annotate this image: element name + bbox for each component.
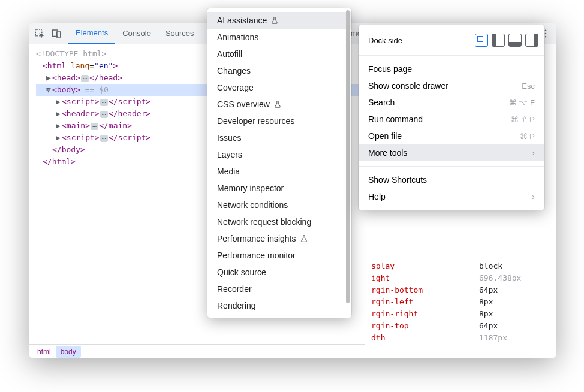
dock-left-icon[interactable] <box>492 34 505 47</box>
svg-point-6 <box>545 35 547 37</box>
submenu-item[interactable]: Memory inspector <box>207 180 351 197</box>
style-row[interactable] <box>371 344 556 356</box>
tab-console[interactable]: Console <box>115 23 158 44</box>
svg-point-4 <box>545 29 547 31</box>
toggle-icon[interactable]: ▶ <box>46 72 52 84</box>
menu-item[interactable]: Show Shortcuts <box>359 171 544 188</box>
chevron-right-icon: › <box>532 192 535 201</box>
chevron-right-icon: › <box>532 148 535 158</box>
submenu-item[interactable]: AI assistance <box>207 12 351 29</box>
submenu-item[interactable]: Media <box>207 163 351 180</box>
tab-elements[interactable]: Elements <box>68 23 115 44</box>
flask-icon <box>300 234 308 243</box>
svg-point-5 <box>545 32 547 34</box>
menu-item[interactable]: Search⌘ ⌥ F <box>359 94 544 111</box>
toggle-icon[interactable]: ▶ <box>55 120 61 132</box>
crumb-html[interactable]: html <box>32 346 56 358</box>
crumb-body[interactable]: body <box>56 346 81 358</box>
submenu-item[interactable]: Changes <box>207 62 351 79</box>
menu-item[interactable]: Run command⌘ ⇧ P <box>359 111 544 128</box>
menu-item[interactable]: More tools› <box>359 144 544 161</box>
style-row[interactable]: rgin-right8px <box>371 308 556 320</box>
submenu-item[interactable]: CSS overview <box>207 96 351 113</box>
flask-icon <box>270 16 279 25</box>
flask-icon <box>273 100 282 108</box>
menu-item[interactable]: Focus page <box>359 61 544 77</box>
dock-undock-icon[interactable] <box>475 34 488 47</box>
submenu-item[interactable]: Coverage <box>207 79 351 96</box>
style-row[interactable]: dth1187px <box>371 332 556 344</box>
toggle-icon[interactable]: ▶ <box>55 108 61 120</box>
tab-sources[interactable]: Sources <box>158 23 201 44</box>
style-row[interactable]: rgin-left8px <box>371 296 556 308</box>
inspect-icon[interactable] <box>31 25 48 42</box>
style-row[interactable]: splayblock <box>371 260 556 272</box>
submenu-item[interactable]: Network request blocking <box>207 213 351 230</box>
dock-side-label: Dock side <box>368 36 402 45</box>
style-row[interactable]: rgin-bottom64px <box>371 284 556 296</box>
menu-item[interactable]: Open file⌘ P <box>359 128 544 144</box>
dock-side-icons <box>475 34 538 47</box>
submenu-item[interactable]: Animations <box>207 29 351 46</box>
menu-item[interactable]: Help› <box>359 188 544 205</box>
style-row[interactable]: ight696.438px <box>371 272 556 284</box>
dock-bottom-icon[interactable] <box>508 34 522 47</box>
submenu-item[interactable]: Issues <box>207 129 351 146</box>
toggle-icon[interactable]: ▶ <box>55 132 61 144</box>
submenu-item[interactable]: Developer resources <box>207 113 351 129</box>
submenu-item[interactable]: Rendering <box>207 297 351 314</box>
submenu-item[interactable]: Performance insights <box>207 230 351 247</box>
style-row[interactable]: nt-family"Google Sans", <box>371 356 556 358</box>
more-tools-submenu: AI assistanceAnimationsAutofillChangesCo… <box>207 8 351 318</box>
submenu-item[interactable]: Performance monitor <box>207 247 351 264</box>
dock-right-icon[interactable] <box>525 34 538 47</box>
main-menu: Dock side Focus pageShow console drawerE… <box>359 25 544 210</box>
menu-item[interactable]: Show console drawerEsc <box>359 77 544 94</box>
style-row[interactable]: rgin-top64px <box>371 320 556 332</box>
submenu-item[interactable]: Layers <box>207 146 351 163</box>
submenu-item[interactable]: Quick source <box>207 264 351 281</box>
submenu-item[interactable]: Autofill <box>207 46 351 62</box>
submenu-item[interactable]: Network conditions <box>207 197 351 213</box>
device-toggle-icon[interactable] <box>48 25 65 42</box>
toggle-icon[interactable]: ▶ <box>55 96 61 108</box>
submenu-item[interactable]: Recorder <box>207 281 351 297</box>
dock-side-row: Dock side <box>359 30 544 50</box>
breadcrumb[interactable]: htmlbody <box>29 344 365 358</box>
